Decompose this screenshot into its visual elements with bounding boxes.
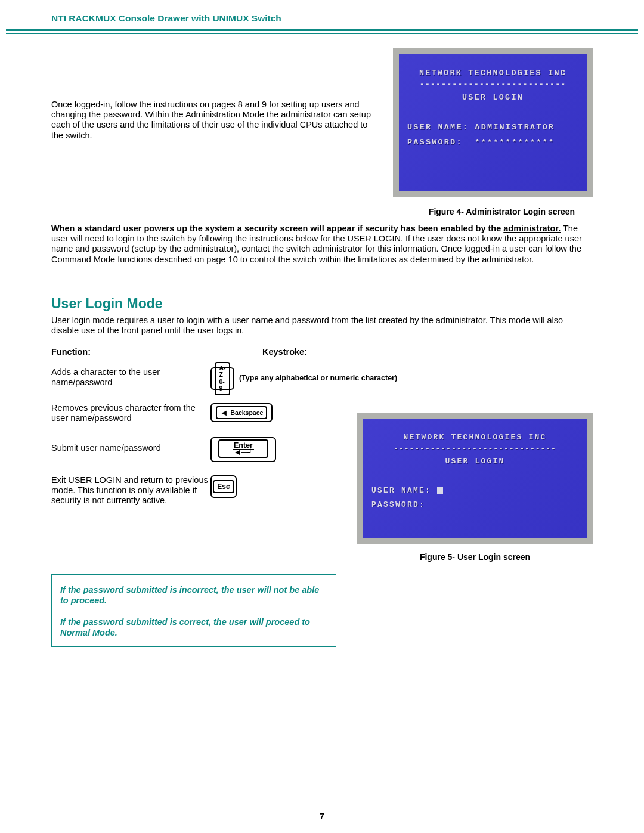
callout-p1: If the password submitted is incorrect, …	[60, 584, 327, 606]
terminal2-company: NETWORK TECHNOLOGIES INC	[371, 431, 578, 445]
fk-key-1: A-Z 0-9 (Type any alphabetical or numeri…	[210, 367, 593, 390]
fk-header-row: Function: Keystroke:	[51, 347, 593, 367]
security-admin-underlined: administrator.	[503, 224, 561, 233]
terminal2-pass-label: PASSWORD:	[371, 500, 425, 509]
esc-label: Esc	[213, 480, 234, 493]
terminal-screen-admin: NETWORK TECHNOLOGIES INC----------------…	[399, 54, 587, 191]
section-title-user-login: User Login Mode	[51, 296, 593, 312]
terminal-screen-user: NETWORK TECHNOLOGIES INC----------------…	[363, 419, 587, 538]
keycap-backspace: ◄ Backspace	[210, 403, 273, 422]
figure-4-caption: Figure 4- Administrator Login screen	[411, 207, 593, 216]
terminal-divider: ---------------------------	[407, 82, 578, 88]
callout-p2: If the password submitted is correct, th…	[60, 617, 327, 638]
security-lead-bold: When a standard user powers up the syste…	[51, 224, 503, 233]
header-rule-thick	[6, 29, 638, 31]
keycap-enter: Enter ◄─┘	[210, 437, 276, 462]
az-top: A-Z	[219, 364, 225, 379]
figure-5-caption: Figure 5- User Login screen	[357, 552, 593, 562]
figure-4: NETWORK TECHNOLOGIES INC----------------…	[393, 48, 593, 216]
fk-func-1: Adds a character to the user name/passwo…	[51, 367, 210, 390]
terminal-bezel: NETWORK TECHNOLOGIES INC----------------…	[393, 48, 593, 197]
keycap-alphanumeric: A-Z 0-9	[210, 367, 234, 390]
function-header: Function:	[51, 347, 210, 357]
terminal-pass-value: *************	[475, 138, 555, 147]
page-header-title: NTI RACKMUX Console Drawer with UNIMUX S…	[0, 0, 644, 29]
enter-arrow-icon: ◄─┘	[233, 448, 253, 456]
document-page: NTI RACKMUX Console Drawer with UNIMUX S…	[0, 0, 644, 833]
terminal-subtitle: USER LOGIN	[407, 91, 578, 106]
terminal2-user-label: USER NAME:	[371, 486, 431, 495]
keystroke-header: Keystroke:	[210, 347, 593, 357]
terminal-company: NETWORK TECHNOLOGIES INC	[407, 66, 578, 81]
arrow-left-icon: ◄	[220, 408, 228, 417]
terminal-pass-label: PASSWORD:	[407, 138, 463, 147]
callout-box: If the password submitted is incorrect, …	[51, 574, 336, 648]
page-number: 7	[0, 812, 644, 821]
fk-func-2: Removes previous character from the user…	[51, 403, 210, 424]
backspace-label: Backspace	[230, 410, 263, 416]
terminal2-subtitle: USER LOGIN	[371, 454, 578, 469]
figure-5: NETWORK TECHNOLOGIES INC----------------…	[357, 413, 593, 562]
section-paragraph: User login mode requires a user to login…	[51, 315, 593, 336]
keycap-esc: Esc	[210, 475, 237, 498]
security-paragraph: When a standard user powers up the syste…	[51, 224, 593, 265]
fk-func-3: Submit user name/password	[51, 437, 210, 462]
terminal2-divider: -------------------------------	[371, 446, 578, 452]
az-bottom: 0-9	[219, 378, 224, 392]
key-note-1: (Type any alphabetical or numeric charac…	[239, 374, 397, 383]
terminal-user-value: ADMINISTRATOR	[475, 123, 555, 132]
fk-row-1: Adds a character to the user name/passwo…	[51, 367, 593, 403]
terminal-bezel-2: NETWORK TECHNOLOGIES INC----------------…	[357, 413, 593, 544]
terminal-user-label: USER NAME:	[407, 123, 469, 132]
fk-func-4: Exit USER LOGIN and return to previous m…	[51, 475, 210, 506]
cursor-icon	[437, 487, 443, 494]
